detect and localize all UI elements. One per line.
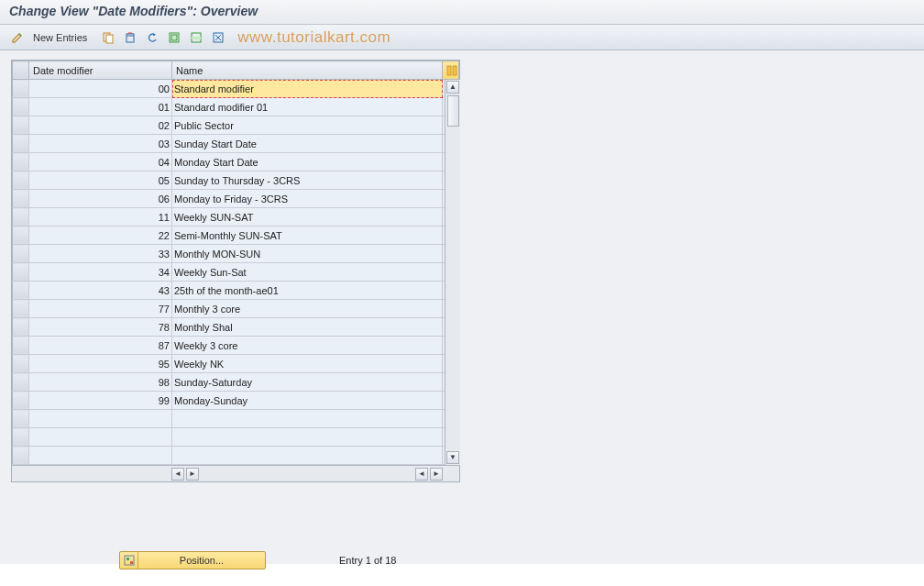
cell-name[interactable]: Monday Start Date (172, 153, 443, 171)
cell-name[interactable]: Standard modifier (172, 80, 443, 98)
hscroll-left2-icon[interactable]: ◄ (415, 468, 428, 481)
vscroll-down-icon[interactable]: ▼ (446, 451, 459, 464)
cell-date-modifier[interactable]: 03 (29, 135, 172, 153)
row-handle[interactable] (13, 263, 29, 282)
row-handle[interactable] (13, 337, 29, 355)
cell-name[interactable] (172, 428, 443, 447)
vscroll-thumb[interactable] (447, 95, 459, 127)
row-handle[interactable] (13, 447, 29, 465)
row-handle[interactable] (13, 245, 29, 263)
cell-name[interactable]: Sunday Start Date (172, 135, 443, 153)
cell-name[interactable]: Monday-Sunday (172, 392, 443, 410)
table-row[interactable]: 05Sunday to Thursday - 3CRS (13, 171, 459, 190)
table-row[interactable] (13, 447, 459, 465)
row-handle[interactable] (13, 318, 29, 337)
cell-name[interactable]: 25th of the month-ae01 (172, 282, 443, 300)
row-handle[interactable] (13, 135, 29, 153)
table-row[interactable]: 77Monthly 3 core (13, 300, 459, 318)
table-row[interactable]: 4325th of the month-ae01 (13, 282, 459, 300)
cell-name[interactable]: Standard modifier 01 (172, 98, 443, 116)
hscroll-left-icon[interactable]: ◄ (171, 468, 184, 481)
cell-date-modifier[interactable]: 01 (29, 98, 172, 116)
table-row[interactable]: 95Weekly NK (13, 355, 459, 373)
table-config-button[interactable] (443, 61, 459, 80)
table-row[interactable]: 00Standard modifier (13, 80, 459, 98)
table-row[interactable]: 78Monthly Shal (13, 318, 459, 337)
table-row[interactable]: 04Monday Start Date (13, 153, 459, 171)
cell-date-modifier[interactable]: 02 (29, 116, 172, 135)
row-handle[interactable] (13, 153, 29, 171)
table-row[interactable] (13, 410, 459, 428)
cell-date-modifier[interactable]: 05 (29, 171, 172, 190)
cell-date-modifier[interactable]: 95 (29, 355, 172, 373)
horizontal-scrollbar[interactable]: ◄ ► ◄ ► (12, 465, 459, 481)
col-header-name[interactable]: Name (172, 61, 443, 80)
row-handle[interactable] (13, 227, 29, 245)
toggle-edit-icon[interactable] (7, 28, 28, 47)
cell-date-modifier[interactable]: 87 (29, 337, 172, 355)
row-handle[interactable] (13, 98, 29, 116)
table-row[interactable]: 98Sunday-Saturday (13, 373, 459, 392)
row-handle[interactable] (13, 373, 29, 392)
cell-date-modifier[interactable] (29, 428, 172, 447)
cell-name[interactable]: Sunday-Saturday (172, 373, 443, 392)
row-handle[interactable] (13, 282, 29, 300)
cell-name[interactable]: Monthly Shal (172, 318, 443, 337)
table-row[interactable]: 11Weekly SUN-SAT (13, 208, 459, 227)
cell-date-modifier[interactable]: 98 (29, 373, 172, 392)
cell-name[interactable]: Semi-Monthly SUN-SAT (172, 227, 443, 245)
col-header-date-modifier[interactable]: Date modifier (29, 61, 172, 80)
copy-icon[interactable] (98, 28, 118, 47)
table-row[interactable]: 01Standard modifier 01 (13, 98, 459, 116)
row-handle[interactable] (13, 392, 29, 410)
cell-date-modifier[interactable]: 77 (29, 300, 172, 318)
deselect-all-icon[interactable] (208, 28, 228, 47)
row-handle[interactable] (13, 355, 29, 373)
row-handle[interactable] (13, 80, 29, 98)
select-all-handle[interactable] (13, 61, 29, 80)
cell-name[interactable]: Monday to Friday - 3CRS (172, 190, 443, 208)
position-button[interactable]: Position... (119, 551, 266, 569)
select-all-icon[interactable] (164, 28, 184, 47)
row-handle[interactable] (13, 410, 29, 428)
row-handle[interactable] (13, 116, 29, 135)
undo-icon[interactable] (142, 28, 162, 47)
hscroll-right2-icon[interactable]: ► (430, 468, 443, 481)
cell-name[interactable]: Weekly NK (172, 355, 443, 373)
row-handle[interactable] (13, 208, 29, 227)
table-row[interactable]: 06Monday to Friday - 3CRS (13, 190, 459, 208)
cell-date-modifier[interactable]: 34 (29, 263, 172, 282)
table-row[interactable]: 22Semi-Monthly SUN-SAT (13, 227, 459, 245)
table-row[interactable]: 33Monthly MON-SUN (13, 245, 459, 263)
table-row[interactable] (13, 428, 459, 447)
cell-date-modifier[interactable]: 11 (29, 208, 172, 227)
delete-icon[interactable] (120, 28, 140, 47)
cell-date-modifier[interactable]: 04 (29, 153, 172, 171)
cell-date-modifier[interactable]: 22 (29, 227, 172, 245)
cell-name[interactable]: Weekly SUN-SAT (172, 208, 443, 227)
cell-name[interactable]: Monthly 3 core (172, 300, 443, 318)
new-entries-button[interactable]: New Entries (29, 30, 94, 45)
cell-date-modifier[interactable]: 78 (29, 318, 172, 337)
row-handle[interactable] (13, 300, 29, 318)
row-handle[interactable] (13, 428, 29, 447)
select-block-icon[interactable] (186, 28, 206, 47)
vertical-scrollbar[interactable]: ▲ ▼ (445, 80, 460, 465)
cell-date-modifier[interactable]: 43 (29, 282, 172, 300)
cell-date-modifier[interactable]: 33 (29, 245, 172, 263)
table-row[interactable]: 34Weekly Sun-Sat (13, 263, 459, 282)
cell-date-modifier[interactable]: 06 (29, 190, 172, 208)
row-handle[interactable] (13, 171, 29, 190)
cell-date-modifier[interactable]: 99 (29, 392, 172, 410)
cell-name[interactable] (172, 410, 443, 428)
cell-name[interactable]: Public Sector (172, 116, 443, 135)
row-handle[interactable] (13, 190, 29, 208)
table-row[interactable]: 03Sunday Start Date (13, 135, 459, 153)
cell-date-modifier[interactable] (29, 447, 172, 465)
table-row[interactable]: 02Public Sector (13, 116, 459, 135)
cell-name[interactable]: Monthly MON-SUN (172, 245, 443, 263)
cell-date-modifier[interactable] (29, 410, 172, 428)
vscroll-up-icon[interactable]: ▲ (446, 81, 459, 94)
cell-name[interactable]: Weekly Sun-Sat (172, 263, 443, 282)
table-row[interactable]: 87Weekly 3 core (13, 337, 459, 355)
